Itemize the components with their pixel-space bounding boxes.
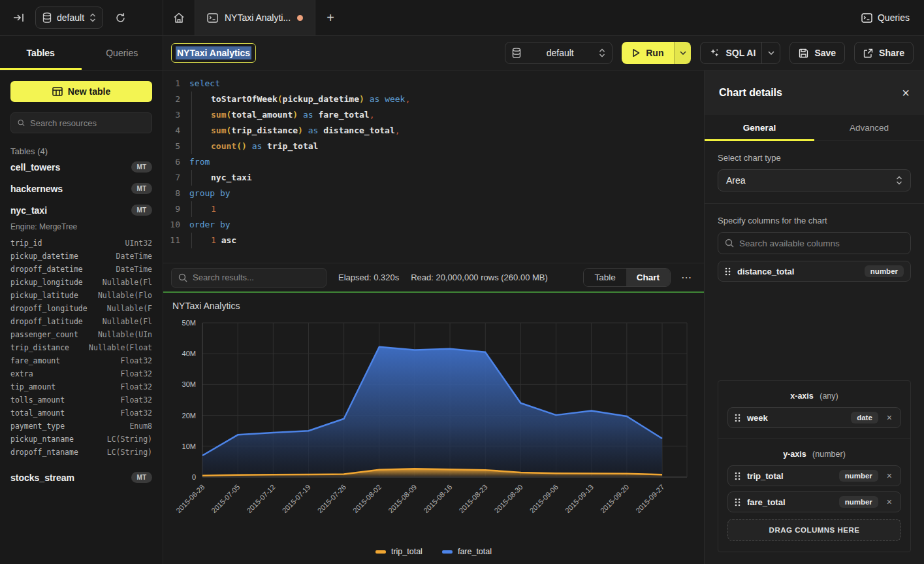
sql-editor[interactable]: 1select2toStartOfWeek(pickup_datetime) a…	[163, 71, 704, 263]
search-icon	[18, 118, 25, 127]
column-type: UInt32	[125, 239, 152, 248]
remove-chip-icon[interactable]: ×	[885, 497, 894, 507]
code-text: sum(trip_distance) as distance_total,	[189, 123, 400, 139]
token	[216, 235, 221, 245]
new-table-button[interactable]: New table	[10, 81, 152, 102]
column-name: fare_amount	[10, 356, 60, 365]
column-name: dropoff_latitude	[10, 317, 83, 326]
run-button[interactable]: Run	[622, 42, 674, 64]
sidebar-search[interactable]	[10, 112, 152, 133]
collapse-sidebar-button[interactable]	[8, 7, 29, 28]
play-icon	[632, 48, 640, 58]
database-selector[interactable]: default	[35, 7, 103, 29]
chevron-updown-icon	[896, 176, 902, 185]
token: count	[211, 141, 236, 151]
token: order by	[189, 220, 231, 229]
column-row: pickup_latitudeNullable(Flo	[10, 289, 152, 302]
new-tab-button[interactable]: +	[315, 0, 345, 35]
table-name: hackernews	[10, 184, 63, 194]
columns-search-input[interactable]	[739, 239, 904, 248]
token: toStartOfWeek	[211, 94, 278, 104]
run-button-group: Run	[622, 42, 691, 64]
sidebar-search-input[interactable]	[30, 118, 145, 128]
line-number: 8	[163, 186, 189, 201]
queries-button[interactable]: Queries	[847, 0, 924, 35]
close-icon[interactable]: ×	[902, 86, 910, 99]
token: (	[278, 94, 283, 104]
x-axis-header: x-axis (any)	[727, 389, 901, 407]
save-button[interactable]: Save	[789, 42, 845, 64]
column-type: Float32	[121, 369, 152, 378]
x-axis-label: x-axis	[790, 391, 813, 401]
token: distance_total	[323, 125, 395, 135]
area-chart-svg: 010M20M30M40M50M2015-06-282015-07-052015…	[165, 314, 695, 531]
sidebar-tabs: Tables Queries	[0, 36, 163, 71]
token: fare_total	[318, 110, 369, 120]
chart-type-select[interactable]: Area	[718, 169, 911, 191]
token: as	[303, 110, 313, 120]
x-axis-chip[interactable]: weekdate×	[727, 407, 901, 428]
legend-item[interactable]: fare_total	[442, 547, 492, 556]
run-options-button[interactable]	[674, 42, 691, 64]
token: 1	[211, 235, 216, 245]
legend-label: trip_total	[391, 547, 422, 556]
columns-search[interactable]	[718, 232, 911, 254]
code-text: sum(total_amount) as fare_total,	[189, 107, 374, 123]
share-button[interactable]: Share	[854, 42, 914, 64]
sidebar-tab-tables[interactable]: Tables	[0, 36, 82, 70]
database-selector-value: default	[57, 12, 84, 23]
home-icon	[173, 12, 185, 24]
sql-ai-options-button[interactable]	[761, 42, 780, 63]
drop-zone[interactable]: DRAG COLUMNS HERE	[727, 519, 901, 541]
token: ,	[370, 110, 375, 120]
token: as	[252, 141, 263, 151]
column-row: passenger_countNullable(UIn	[10, 328, 152, 341]
column-row: fare_amountFloat32	[10, 354, 152, 367]
database-icon	[512, 48, 521, 58]
tab-nytaxi-analytics[interactable]: NYTaxi Analyti...	[195, 0, 315, 35]
svg-text:2015-09-27: 2015-09-27	[634, 483, 665, 514]
refresh-button[interactable]	[110, 7, 131, 28]
remove-chip-icon[interactable]: ×	[885, 471, 894, 481]
view-toggle-chart[interactable]: Chart	[626, 269, 670, 286]
svg-text:2015-07-19: 2015-07-19	[281, 483, 312, 514]
view-toggle-table[interactable]: Table	[584, 269, 626, 286]
results-bar: Elapsed: 0.320s Read: 20,000,000 rows (2…	[163, 263, 704, 291]
y-axis-chip[interactable]: trip_totalnumber×	[727, 465, 901, 486]
remove-chip-icon[interactable]: ×	[885, 412, 894, 423]
divider	[705, 203, 924, 204]
column-row: trip_distanceNullable(Float	[10, 341, 152, 354]
table-row[interactable]: stocks_streamMT	[10, 467, 152, 488]
column-name: trip_distance	[10, 343, 69, 352]
tab-advanced[interactable]: Advanced	[814, 115, 924, 141]
column-type: Nullable(Fl	[103, 278, 152, 287]
results-search[interactable]	[171, 268, 327, 288]
toolbar-database-selector[interactable]: default	[505, 42, 613, 64]
tab-general[interactable]: General	[705, 115, 814, 141]
legend-item[interactable]: trip_total	[375, 547, 422, 556]
code-line: 5count() as trip_total	[163, 139, 704, 154]
y-axis-chip[interactable]: fare_totalnumber×	[727, 491, 901, 512]
token: ,	[405, 94, 410, 104]
collapse-sidebar-icon	[13, 13, 24, 22]
home-tab[interactable]	[163, 0, 195, 35]
code-text: count() as trip_total	[189, 139, 318, 154]
results-more-button[interactable]: ⋯	[677, 271, 696, 284]
available-column-chip[interactable]: distance_totalnumber	[718, 261, 911, 282]
legend-label: fare_total	[458, 547, 492, 556]
chevron-down-icon	[680, 51, 686, 55]
elapsed-stat: Elapsed: 0.320s	[338, 273, 399, 282]
share-icon	[863, 48, 873, 58]
queries-label: Queries	[878, 12, 910, 23]
table-row[interactable]: nyc_taxiMT	[10, 199, 152, 221]
token	[262, 141, 267, 151]
results-search-input[interactable]	[193, 273, 319, 282]
sql-ai-button[interactable]: SQL AI	[725, 48, 756, 58]
column-type: LC(String)	[107, 448, 152, 457]
svg-text:2015-08-02: 2015-08-02	[351, 483, 383, 514]
query-title-input[interactable]: NYTaxi Analytics	[171, 43, 256, 63]
table-row[interactable]: hackernewsMT	[10, 178, 152, 199]
token: as	[370, 94, 380, 104]
table-row[interactable]: cell_towersMT	[10, 156, 152, 178]
sidebar-tab-queries[interactable]: Queries	[82, 36, 163, 70]
